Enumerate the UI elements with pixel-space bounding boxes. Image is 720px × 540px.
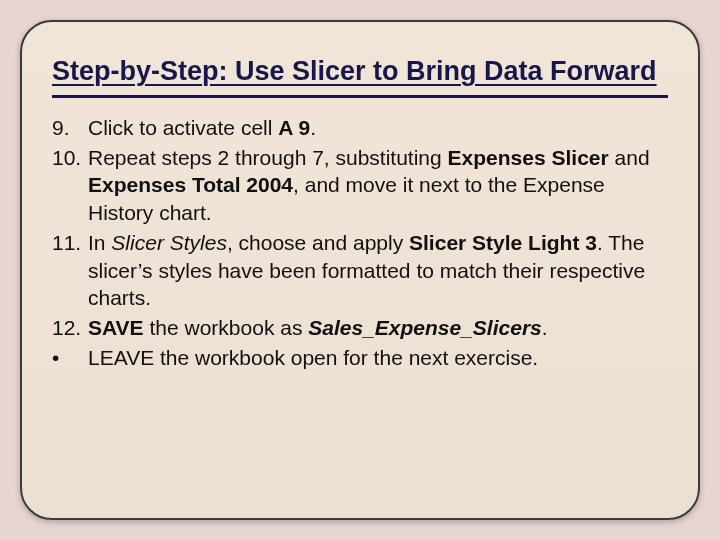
step-number: 11. <box>52 229 88 312</box>
step-text: SAVE the workbook as Sales_Expense_Slice… <box>88 314 668 342</box>
bold-text: A 9 <box>278 116 310 139</box>
bold-text: Expenses Slicer <box>448 146 609 169</box>
step-bullet: • LEAVE the workbook open for the next e… <box>52 344 668 372</box>
text: . <box>310 116 316 139</box>
slide-title: Step-by-Step: Use Slicer to Bring Data F… <box>52 56 668 87</box>
step-list: 9. Click to activate cell A 9. 10. Repea… <box>52 114 668 371</box>
text: In <box>88 231 111 254</box>
step-text: In Slicer Styles, choose and apply Slice… <box>88 229 668 312</box>
step-number: 9. <box>52 114 88 142</box>
step-9: 9. Click to activate cell A 9. <box>52 114 668 142</box>
step-text: Repeat steps 2 through 7, substituting E… <box>88 144 668 227</box>
bolditalic-text: Sales_Expense_Slicers <box>308 316 542 339</box>
step-number: 10. <box>52 144 88 227</box>
bold-text: Expenses Total 2004 <box>88 173 293 196</box>
text: the workbook as <box>144 316 309 339</box>
text: Repeat steps 2 through 7, substituting <box>88 146 448 169</box>
text: . <box>542 316 548 339</box>
bullet-icon: • <box>52 344 88 372</box>
step-10: 10. Repeat steps 2 through 7, substituti… <box>52 144 668 227</box>
text: , choose and apply <box>227 231 409 254</box>
title-rule <box>52 95 668 98</box>
step-11: 11. In Slicer Styles, choose and apply S… <box>52 229 668 312</box>
step-text: LEAVE the workbook open for the next exe… <box>88 344 668 372</box>
step-12: 12. SAVE the workbook as Sales_Expense_S… <box>52 314 668 342</box>
text: and <box>609 146 650 169</box>
step-number: 12. <box>52 314 88 342</box>
slide-card: Step-by-Step: Use Slicer to Bring Data F… <box>20 20 700 520</box>
bold-text: Slicer Style Light 3 <box>409 231 597 254</box>
step-text: Click to activate cell A 9. <box>88 114 668 142</box>
bold-text: SAVE <box>88 316 144 339</box>
text: Click to activate cell <box>88 116 278 139</box>
italic-text: Slicer Styles <box>111 231 227 254</box>
text: LEAVE the workbook open for the next exe… <box>88 346 538 369</box>
